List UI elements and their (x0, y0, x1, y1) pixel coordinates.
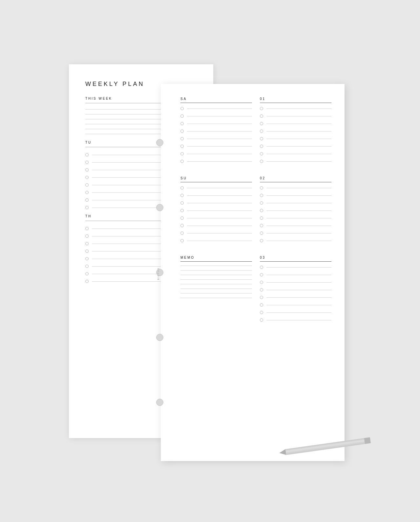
03-header: 03 (260, 256, 331, 259)
list-item (180, 137, 252, 140)
bullet-icon (260, 194, 263, 197)
bullet-icon (260, 137, 263, 140)
bullet-icon (260, 201, 263, 205)
bullet-icon (180, 194, 184, 197)
bullet-icon (260, 130, 263, 133)
bullet-icon (180, 224, 184, 227)
list-item (260, 152, 331, 155)
bullet-icon (180, 145, 184, 148)
bullet-icon (260, 186, 263, 190)
list-item (180, 186, 252, 190)
bullet-icon (180, 201, 184, 205)
list-item (260, 296, 331, 299)
bullet-icon (260, 209, 263, 212)
bullet-icon (85, 191, 89, 194)
bullet-icon (180, 152, 184, 155)
memo-line (180, 270, 252, 271)
bullet-icon (180, 130, 184, 133)
memo-line (180, 279, 252, 280)
bullet-icon (260, 281, 263, 284)
bullet-icon (85, 280, 89, 283)
list-item (260, 122, 331, 125)
01-header: 01 (260, 97, 331, 101)
bullet-icon (260, 107, 263, 110)
bullet-icon (85, 176, 89, 179)
bullet-icon (260, 216, 263, 220)
01-column: 01 (260, 97, 331, 167)
list-item (180, 122, 252, 125)
binder-hole (156, 139, 163, 146)
03-divider (260, 261, 331, 262)
list-item (180, 216, 252, 220)
list-item (260, 194, 331, 197)
list-item (180, 194, 252, 197)
memo-divider (180, 261, 252, 262)
list-item (260, 288, 331, 291)
list-item (260, 186, 331, 190)
list-item (260, 107, 331, 110)
bullet-icon (85, 234, 89, 238)
bullet-icon (85, 265, 89, 268)
list-item (260, 239, 331, 242)
bullet-icon (260, 152, 263, 155)
bullet-icon (260, 114, 263, 118)
front-grid: SA 01 (180, 97, 331, 335)
list-item (180, 130, 252, 133)
list-item (180, 201, 252, 205)
scene: WEEKLY PLAN THIS WEEK TU TH (69, 64, 351, 458)
02-divider (260, 182, 331, 182)
binder-hole (156, 334, 163, 341)
bullet-icon (260, 122, 263, 125)
bullet-icon (260, 239, 263, 242)
su-divider (180, 182, 252, 182)
list-item (260, 266, 331, 269)
bullet-icon (180, 216, 184, 220)
bullet-icon (85, 198, 89, 202)
bullet-icon (180, 137, 184, 140)
02-column: 02 (260, 176, 331, 247)
list-item (260, 160, 331, 163)
list-item (180, 224, 252, 227)
list-item (260, 231, 331, 235)
list-item (180, 145, 252, 148)
bullet-icon (260, 303, 263, 307)
list-item (260, 130, 331, 133)
02-header: 02 (260, 176, 331, 180)
01-divider (260, 103, 331, 103)
memo-line (180, 275, 252, 275)
bullet-icon (180, 122, 184, 125)
list-item (260, 209, 331, 212)
list-item (260, 137, 331, 140)
bullet-icon (85, 153, 89, 156)
list-item (180, 160, 252, 163)
list-item (180, 231, 252, 235)
memo-line (180, 293, 252, 293)
bullet-icon (260, 145, 263, 148)
bullet-icon (85, 168, 89, 171)
list-item (180, 239, 252, 242)
list-item (260, 281, 331, 284)
bullet-icon (85, 183, 89, 187)
list-item (260, 273, 331, 276)
bullet-icon (260, 273, 263, 276)
bullet-icon (85, 272, 89, 275)
binder-hole (156, 204, 163, 211)
list-item (180, 152, 252, 155)
bullet-icon (260, 318, 263, 322)
bullet-icon (85, 227, 89, 230)
bullet-icon (260, 288, 263, 291)
memo-line (180, 289, 252, 289)
bullet-icon (260, 160, 263, 163)
pencil-tip (279, 449, 286, 456)
sa-header: SA (180, 97, 252, 101)
side-label: BIOTUS (157, 267, 159, 280)
bullet-icon (180, 160, 184, 163)
list-item (260, 224, 331, 227)
bullet-icon (180, 239, 184, 242)
list-item (260, 216, 331, 220)
list-item (260, 114, 331, 118)
list-item (180, 209, 252, 212)
list-item (260, 303, 331, 307)
bullet-icon (260, 224, 263, 227)
bullet-icon (85, 206, 89, 209)
